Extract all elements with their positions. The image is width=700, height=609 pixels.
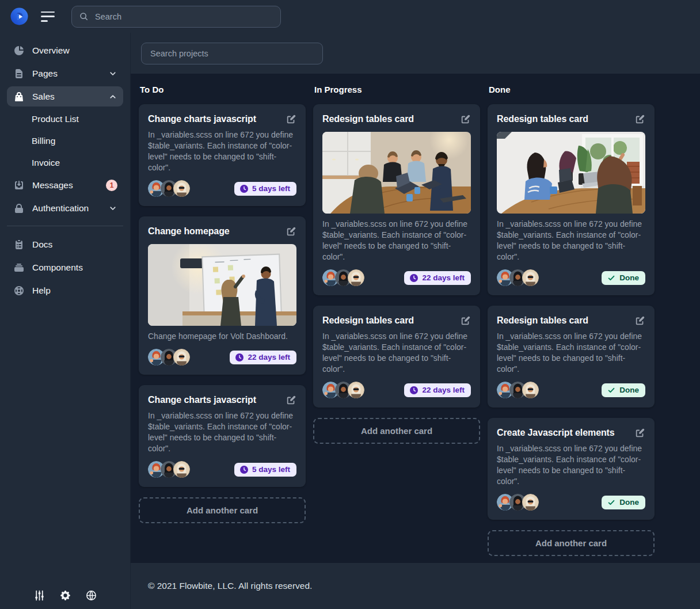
kanban-card[interactable]: Create Javascript elementsIn _variables.… [488, 418, 655, 520]
avatar-blonde-sunglasses[interactable] [522, 382, 539, 398]
card-description: Change homepage for Volt Dashboard. [148, 331, 296, 342]
global-search-input[interactable] [94, 12, 273, 22]
kanban-card[interactable]: Redesign tables card In _variables.scss … [313, 104, 480, 295]
card-image-meeting [322, 132, 471, 214]
edit-card-button[interactable] [286, 395, 296, 405]
badge-label: 22 days left [248, 353, 290, 362]
projects-header [131, 33, 700, 74]
card-header: Redesign tables card [322, 315, 471, 326]
clock-icon [410, 386, 418, 394]
kanban-card[interactable]: Change homepage Change homepage for Volt… [139, 216, 306, 375]
avatar-blonde-sunglasses[interactable] [173, 461, 190, 478]
adjustments-icon[interactable] [33, 589, 45, 602]
kanban-card[interactable]: Redesign tables card In _variables.scss … [488, 104, 655, 295]
sidebar-item-messages[interactable]: Messages1 [7, 175, 123, 195]
kanban-board: To DoChange charts javascriptIn _variabl… [131, 74, 700, 563]
avatar-blonde-sunglasses[interactable] [348, 269, 364, 286]
copyright-text: © 2021 Flowbite, LLC. All rights reserve… [148, 581, 312, 591]
inbox-in-icon [13, 179, 25, 191]
sidebar-item-label: Sales [32, 92, 108, 102]
card-description: In _variables.scss on line 672 you defin… [322, 219, 471, 262]
done-badge: Done [602, 271, 645, 285]
clipboard-icon [13, 238, 25, 250]
column-title: In Progress [314, 85, 479, 94]
card-title: Redesign tables card [322, 113, 414, 124]
add-another-card-button[interactable]: Add another card [488, 530, 655, 556]
card-image-whiteboard [148, 244, 296, 326]
assignee-avatars [322, 269, 364, 286]
document-icon [13, 67, 25, 79]
column-title: To Do [140, 85, 305, 94]
sidebar-item-docs[interactable]: Docs [7, 234, 123, 254]
kanban-card[interactable]: Change charts javascriptIn _variables.sc… [139, 385, 306, 487]
chevron-down-icon [108, 69, 117, 78]
avatar-blonde-sunglasses[interactable] [173, 180, 190, 197]
menu-toggle-button[interactable] [41, 11, 56, 22]
add-another-card-button[interactable]: Add another card [313, 418, 480, 444]
sidebar-item-overview[interactable]: Overview [7, 40, 123, 60]
sidebar-item-label: Docs [32, 239, 117, 250]
sidebar-item-components[interactable]: Components [7, 257, 123, 277]
card-description: In _variables.scss on line 672 you defin… [497, 443, 645, 487]
card-description: In _variables.scss on line 672 you defin… [148, 410, 296, 454]
kanban-column-to-do: To DoChange charts javascriptIn _variabl… [139, 85, 306, 523]
projects-search-input[interactable] [149, 48, 315, 59]
sidebar-item-label: Authentication [32, 203, 108, 214]
assignee-avatars [148, 461, 190, 478]
card-title: Change homepage [148, 226, 230, 237]
sidebar-subitem-billing[interactable]: Billing [7, 131, 123, 151]
projects-search [141, 43, 323, 64]
avatar-blonde-sunglasses[interactable] [348, 382, 364, 398]
done-badge: Done [602, 496, 645, 509]
edit-card-button[interactable] [286, 226, 296, 237]
sidebar-item-help[interactable]: Help [7, 280, 123, 300]
done-badge: Done [602, 383, 645, 397]
sidebar-item-label: Components [32, 262, 117, 273]
kanban-card[interactable]: Redesign tables cardIn _variables.scss o… [488, 306, 655, 408]
edit-card-button[interactable] [286, 114, 296, 124]
sidebar-subitem-product-list[interactable]: Product List [7, 109, 123, 129]
sidebar-item-label: Messages [32, 180, 106, 191]
card-footer: Done [497, 494, 645, 511]
edit-card-button[interactable] [635, 315, 645, 326]
edit-card-button[interactable] [461, 315, 471, 326]
assignee-avatars [148, 349, 190, 366]
avatar-blonde-sunglasses[interactable] [522, 494, 539, 511]
avatar-blonde-sunglasses[interactable] [522, 269, 539, 286]
globe-icon[interactable] [85, 589, 97, 602]
gear-icon[interactable] [59, 589, 71, 602]
sidebar-item-authentication[interactable]: Authentication [7, 198, 123, 218]
sidebar-item-pages[interactable]: Pages [7, 63, 123, 83]
badge-label: Done [619, 498, 639, 507]
badge-label: 22 days left [422, 386, 465, 395]
kanban-column-done: DoneRedesign tables card In _variables.s… [488, 85, 655, 556]
sidebar-item-sales[interactable]: Sales [7, 86, 123, 106]
app-logo-icon[interactable] [10, 7, 28, 25]
clock-icon [240, 185, 248, 193]
assignee-avatars [322, 382, 364, 398]
badge-label: 5 days left [252, 465, 290, 474]
edit-card-button[interactable] [635, 428, 645, 438]
sidebar-subitem-invoice[interactable]: Invoice [7, 153, 123, 173]
card-description: In _variables.scss on line 672 you defin… [148, 130, 296, 173]
badge-label: Done [619, 273, 639, 283]
edit-card-button[interactable] [635, 114, 645, 124]
badge-label: Done [619, 386, 639, 395]
card-footer: 5 days left [148, 461, 296, 478]
kanban-card[interactable]: Change charts javascriptIn _variables.sc… [139, 104, 306, 206]
add-another-card-button[interactable]: Add another card [139, 497, 306, 523]
shopping-bag-icon [13, 90, 25, 102]
card-header: Change charts javascript [148, 394, 296, 405]
unread-count-badge: 1 [106, 180, 117, 191]
avatar-blonde-sunglasses[interactable] [173, 349, 190, 366]
collection-icon [13, 261, 25, 273]
card-header: Redesign tables card [497, 315, 645, 326]
card-description: In _variables.scss on line 672 you defin… [322, 331, 471, 375]
check-icon [607, 274, 615, 282]
kanban-card[interactable]: Redesign tables cardIn _variables.scss o… [313, 306, 480, 408]
clock-icon [410, 274, 418, 282]
sidebar-divider [7, 226, 123, 226]
sidebar: OverviewPagesSalesProduct ListBillingInv… [0, 33, 131, 609]
edit-card-button[interactable] [461, 114, 471, 124]
kanban-app: OverviewPagesSalesProduct ListBillingInv… [0, 0, 700, 609]
